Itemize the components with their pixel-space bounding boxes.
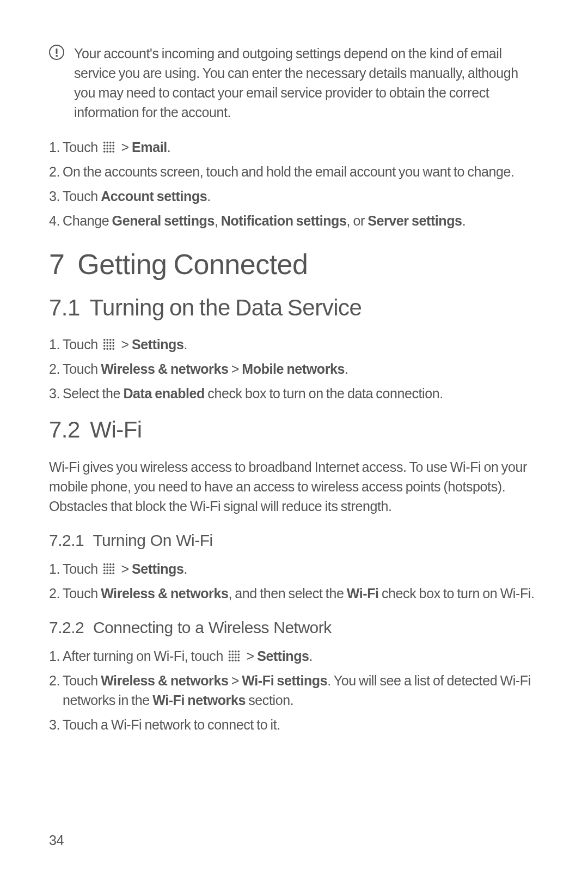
svg-point-57 bbox=[232, 656, 234, 658]
section-heading: 7.2 Wi-Fi bbox=[49, 417, 539, 442]
text: , bbox=[215, 213, 221, 228]
bold-term: Wi-Fi settings bbox=[242, 673, 327, 688]
svg-point-16 bbox=[103, 339, 106, 341]
svg-point-35 bbox=[113, 563, 115, 565]
subsection-title: Connecting to a Wireless Network bbox=[93, 618, 332, 636]
bold-term: Wireless & networks bbox=[101, 586, 228, 601]
svg-point-3 bbox=[113, 142, 115, 144]
list-item: 1. After turning on Wi-Fi, touch > Setti… bbox=[49, 646, 539, 666]
svg-point-31 bbox=[113, 348, 115, 350]
svg-point-40 bbox=[103, 569, 106, 571]
text: Touch bbox=[63, 189, 101, 204]
svg-point-27 bbox=[113, 345, 115, 347]
svg-point-14 bbox=[109, 150, 112, 153]
text: Touch bbox=[63, 139, 101, 155]
svg-point-30 bbox=[109, 348, 112, 350]
step-text: After turning on Wi-Fi, touch > Settings… bbox=[63, 646, 539, 666]
chapter-number: 7 bbox=[49, 248, 64, 280]
body-paragraph: Wi-Fi gives you wireless access to broad… bbox=[49, 457, 539, 516]
step-number: 4. bbox=[49, 211, 63, 230]
apps-icon bbox=[103, 563, 115, 575]
steps-turn-on-wifi: 1. Touch > Settings. 2. Touch Wireless &… bbox=[49, 559, 539, 603]
text: > bbox=[118, 139, 132, 155]
svg-point-1 bbox=[107, 142, 109, 144]
info-note-text: Your account's incoming and outgoing set… bbox=[74, 44, 539, 122]
svg-point-25 bbox=[107, 345, 109, 347]
svg-point-45 bbox=[107, 572, 109, 574]
bold-term: Settings bbox=[132, 561, 183, 576]
svg-point-38 bbox=[109, 566, 112, 568]
section-title: Turning on the Data Service bbox=[89, 295, 362, 320]
svg-point-20 bbox=[103, 342, 106, 344]
steps-email-settings: 1. Touch > Email. 2. On the accounts scr… bbox=[49, 137, 539, 230]
text: Touch bbox=[63, 673, 101, 688]
text: After turning on Wi-Fi, touch bbox=[63, 648, 226, 664]
text: , and then select the bbox=[228, 586, 346, 601]
svg-point-41 bbox=[107, 569, 109, 571]
bold-term: Mobile networks bbox=[242, 361, 345, 376]
list-item: 2. Touch Wireless & networks > Mobile ne… bbox=[49, 359, 539, 379]
svg-point-5 bbox=[107, 144, 109, 147]
document-page: Your account's incoming and outgoing set… bbox=[0, 0, 588, 881]
svg-point-62 bbox=[235, 659, 237, 661]
step-number: 2. bbox=[49, 584, 63, 603]
svg-point-22 bbox=[109, 342, 112, 344]
step-number: 3. bbox=[49, 384, 63, 403]
svg-point-2 bbox=[109, 142, 112, 144]
step-text: Touch Account settings. bbox=[63, 186, 539, 206]
svg-point-43 bbox=[113, 569, 115, 571]
steps-data-service: 1. Touch > Settings. 2. Touch Wireless &… bbox=[49, 335, 539, 403]
svg-point-26 bbox=[109, 345, 112, 347]
steps-connect-wifi: 1. After turning on Wi-Fi, touch > Setti… bbox=[49, 646, 539, 734]
section-title: Wi-Fi bbox=[90, 417, 142, 442]
apps-icon bbox=[103, 141, 115, 153]
bold-term: Wi-Fi bbox=[347, 586, 379, 601]
step-text: Touch Wireless & networks > Mobile netwo… bbox=[63, 359, 539, 379]
svg-point-13 bbox=[107, 150, 109, 153]
svg-point-28 bbox=[103, 348, 106, 350]
text: , or bbox=[347, 213, 368, 228]
list-item: 3. Touch Account settings. bbox=[49, 186, 539, 206]
step-number: 2. bbox=[49, 671, 63, 710]
bold-term: Settings bbox=[257, 648, 309, 664]
text: check box to turn on Wi-Fi. bbox=[379, 586, 535, 601]
bold-term: Account settings bbox=[101, 189, 207, 204]
subsection-number: 7.2.1 bbox=[49, 531, 84, 549]
svg-point-63 bbox=[238, 659, 240, 661]
bold-term: Email bbox=[132, 139, 167, 155]
text: section. bbox=[246, 692, 293, 708]
svg-point-53 bbox=[232, 653, 234, 655]
text: check box to turn on the data connection… bbox=[205, 386, 443, 401]
svg-point-21 bbox=[107, 342, 109, 344]
svg-point-10 bbox=[109, 148, 112, 150]
subsection-number: 7.2.2 bbox=[49, 618, 84, 636]
list-item: 4. Change General settings, Notification… bbox=[49, 211, 539, 230]
svg-point-42 bbox=[109, 569, 112, 571]
list-item: 3. Select the Data enabled check box to … bbox=[49, 384, 539, 403]
chapter-heading: 7 Getting Connected bbox=[49, 249, 539, 280]
step-text: Touch > Settings. bbox=[63, 335, 539, 354]
svg-point-56 bbox=[229, 656, 231, 658]
svg-point-23 bbox=[113, 342, 115, 344]
text: > bbox=[243, 648, 257, 664]
apps-icon bbox=[103, 338, 115, 350]
step-number: 1. bbox=[49, 559, 63, 579]
svg-point-39 bbox=[113, 566, 115, 568]
svg-point-33 bbox=[107, 563, 109, 565]
bold-term: Wi-Fi networks bbox=[152, 692, 246, 708]
subsection-heading: 7.2.1 Turning On Wi-Fi bbox=[49, 531, 539, 549]
svg-point-34 bbox=[109, 563, 112, 565]
page-number: 34 bbox=[49, 833, 64, 848]
step-number: 3. bbox=[49, 186, 63, 206]
text: Touch bbox=[63, 337, 101, 352]
svg-point-29 bbox=[107, 348, 109, 350]
svg-point-36 bbox=[103, 566, 106, 568]
svg-point-37 bbox=[107, 566, 109, 568]
list-item: 2. Touch Wireless & networks, and then s… bbox=[49, 584, 539, 603]
apps-icon bbox=[228, 650, 240, 662]
svg-point-12 bbox=[103, 150, 106, 153]
svg-point-44 bbox=[103, 572, 106, 574]
subsection-heading: 7.2.2 Connecting to a Wireless Network bbox=[49, 618, 539, 636]
svg-point-55 bbox=[238, 653, 240, 655]
text: > bbox=[118, 561, 132, 576]
